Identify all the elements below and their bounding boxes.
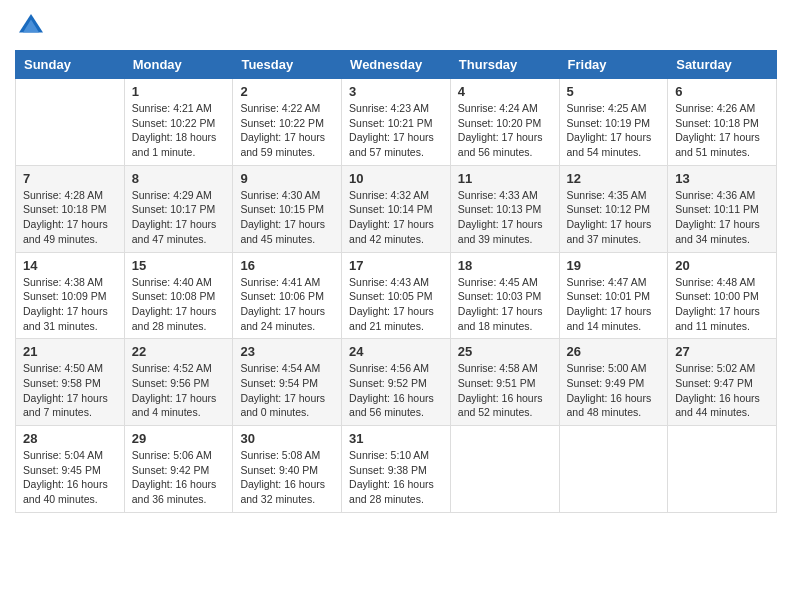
calendar-cell: 5Sunrise: 4:25 AMSunset: 10:19 PMDayligh… xyxy=(559,79,668,166)
calendar-cell: 12Sunrise: 4:35 AMSunset: 10:12 PMDaylig… xyxy=(559,165,668,252)
calendar-cell xyxy=(559,426,668,513)
calendar-cell: 14Sunrise: 4:38 AMSunset: 10:09 PMDaylig… xyxy=(16,252,125,339)
calendar-week-row: 7Sunrise: 4:28 AMSunset: 10:18 PMDayligh… xyxy=(16,165,777,252)
calendar-cell: 13Sunrise: 4:36 AMSunset: 10:11 PMDaylig… xyxy=(668,165,777,252)
day-number: 16 xyxy=(240,258,334,273)
weekday-header-saturday: Saturday xyxy=(668,51,777,79)
day-info: Sunrise: 4:45 AMSunset: 10:03 PMDaylight… xyxy=(458,275,552,334)
day-info: Sunrise: 5:00 AMSunset: 9:49 PMDaylight:… xyxy=(567,361,661,420)
calendar-cell xyxy=(668,426,777,513)
day-info: Sunrise: 4:24 AMSunset: 10:20 PMDaylight… xyxy=(458,101,552,160)
day-number: 30 xyxy=(240,431,334,446)
calendar-week-row: 14Sunrise: 4:38 AMSunset: 10:09 PMDaylig… xyxy=(16,252,777,339)
day-number: 3 xyxy=(349,84,443,99)
day-number: 25 xyxy=(458,344,552,359)
page-container: SundayMondayTuesdayWednesdayThursdayFrid… xyxy=(0,0,792,523)
day-number: 19 xyxy=(567,258,661,273)
day-number: 15 xyxy=(132,258,226,273)
calendar-cell: 25Sunrise: 4:58 AMSunset: 9:51 PMDayligh… xyxy=(450,339,559,426)
calendar-cell: 27Sunrise: 5:02 AMSunset: 9:47 PMDayligh… xyxy=(668,339,777,426)
calendar-cell: 20Sunrise: 4:48 AMSunset: 10:00 PMDaylig… xyxy=(668,252,777,339)
day-number: 4 xyxy=(458,84,552,99)
day-number: 8 xyxy=(132,171,226,186)
day-number: 31 xyxy=(349,431,443,446)
day-number: 12 xyxy=(567,171,661,186)
day-number: 20 xyxy=(675,258,769,273)
calendar-cell: 8Sunrise: 4:29 AMSunset: 10:17 PMDayligh… xyxy=(124,165,233,252)
day-info: Sunrise: 4:33 AMSunset: 10:13 PMDaylight… xyxy=(458,188,552,247)
day-info: Sunrise: 4:21 AMSunset: 10:22 PMDaylight… xyxy=(132,101,226,160)
calendar-cell: 15Sunrise: 4:40 AMSunset: 10:08 PMDaylig… xyxy=(124,252,233,339)
day-number: 27 xyxy=(675,344,769,359)
weekday-header-sunday: Sunday xyxy=(16,51,125,79)
day-number: 21 xyxy=(23,344,117,359)
day-number: 9 xyxy=(240,171,334,186)
day-number: 11 xyxy=(458,171,552,186)
day-info: Sunrise: 4:35 AMSunset: 10:12 PMDaylight… xyxy=(567,188,661,247)
calendar-cell: 9Sunrise: 4:30 AMSunset: 10:15 PMDayligh… xyxy=(233,165,342,252)
calendar-cell: 4Sunrise: 4:24 AMSunset: 10:20 PMDayligh… xyxy=(450,79,559,166)
day-info: Sunrise: 5:06 AMSunset: 9:42 PMDaylight:… xyxy=(132,448,226,507)
day-number: 5 xyxy=(567,84,661,99)
weekday-header-monday: Monday xyxy=(124,51,233,79)
calendar-cell: 29Sunrise: 5:06 AMSunset: 9:42 PMDayligh… xyxy=(124,426,233,513)
day-number: 26 xyxy=(567,344,661,359)
day-number: 1 xyxy=(132,84,226,99)
day-info: Sunrise: 4:38 AMSunset: 10:09 PMDaylight… xyxy=(23,275,117,334)
calendar-cell xyxy=(16,79,125,166)
calendar-header-row: SundayMondayTuesdayWednesdayThursdayFrid… xyxy=(16,51,777,79)
day-info: Sunrise: 5:08 AMSunset: 9:40 PMDaylight:… xyxy=(240,448,334,507)
day-number: 14 xyxy=(23,258,117,273)
day-info: Sunrise: 4:28 AMSunset: 10:18 PMDaylight… xyxy=(23,188,117,247)
day-info: Sunrise: 4:32 AMSunset: 10:14 PMDaylight… xyxy=(349,188,443,247)
day-number: 22 xyxy=(132,344,226,359)
calendar-cell: 19Sunrise: 4:47 AMSunset: 10:01 PMDaylig… xyxy=(559,252,668,339)
day-info: Sunrise: 4:48 AMSunset: 10:00 PMDaylight… xyxy=(675,275,769,334)
calendar-cell: 3Sunrise: 4:23 AMSunset: 10:21 PMDayligh… xyxy=(342,79,451,166)
calendar-cell: 21Sunrise: 4:50 AMSunset: 9:58 PMDayligh… xyxy=(16,339,125,426)
day-info: Sunrise: 4:22 AMSunset: 10:22 PMDaylight… xyxy=(240,101,334,160)
calendar-cell: 26Sunrise: 5:00 AMSunset: 9:49 PMDayligh… xyxy=(559,339,668,426)
day-info: Sunrise: 5:02 AMSunset: 9:47 PMDaylight:… xyxy=(675,361,769,420)
calendar-cell: 17Sunrise: 4:43 AMSunset: 10:05 PMDaylig… xyxy=(342,252,451,339)
day-info: Sunrise: 4:58 AMSunset: 9:51 PMDaylight:… xyxy=(458,361,552,420)
page-header xyxy=(15,10,777,42)
calendar-cell: 2Sunrise: 4:22 AMSunset: 10:22 PMDayligh… xyxy=(233,79,342,166)
logo xyxy=(15,10,51,42)
day-info: Sunrise: 4:40 AMSunset: 10:08 PMDaylight… xyxy=(132,275,226,334)
calendar-cell: 7Sunrise: 4:28 AMSunset: 10:18 PMDayligh… xyxy=(16,165,125,252)
calendar-week-row: 1Sunrise: 4:21 AMSunset: 10:22 PMDayligh… xyxy=(16,79,777,166)
weekday-header-tuesday: Tuesday xyxy=(233,51,342,79)
day-info: Sunrise: 4:50 AMSunset: 9:58 PMDaylight:… xyxy=(23,361,117,420)
calendar-cell: 6Sunrise: 4:26 AMSunset: 10:18 PMDayligh… xyxy=(668,79,777,166)
weekday-header-wednesday: Wednesday xyxy=(342,51,451,79)
calendar-cell: 28Sunrise: 5:04 AMSunset: 9:45 PMDayligh… xyxy=(16,426,125,513)
day-number: 29 xyxy=(132,431,226,446)
weekday-header-friday: Friday xyxy=(559,51,668,79)
calendar-week-row: 28Sunrise: 5:04 AMSunset: 9:45 PMDayligh… xyxy=(16,426,777,513)
weekday-header-thursday: Thursday xyxy=(450,51,559,79)
day-info: Sunrise: 4:25 AMSunset: 10:19 PMDaylight… xyxy=(567,101,661,160)
day-info: Sunrise: 4:56 AMSunset: 9:52 PMDaylight:… xyxy=(349,361,443,420)
day-info: Sunrise: 4:23 AMSunset: 10:21 PMDaylight… xyxy=(349,101,443,160)
calendar-table: SundayMondayTuesdayWednesdayThursdayFrid… xyxy=(15,50,777,513)
day-number: 24 xyxy=(349,344,443,359)
calendar-cell xyxy=(450,426,559,513)
day-info: Sunrise: 4:43 AMSunset: 10:05 PMDaylight… xyxy=(349,275,443,334)
calendar-cell: 30Sunrise: 5:08 AMSunset: 9:40 PMDayligh… xyxy=(233,426,342,513)
day-info: Sunrise: 4:29 AMSunset: 10:17 PMDaylight… xyxy=(132,188,226,247)
day-number: 17 xyxy=(349,258,443,273)
day-info: Sunrise: 4:52 AMSunset: 9:56 PMDaylight:… xyxy=(132,361,226,420)
day-info: Sunrise: 4:26 AMSunset: 10:18 PMDaylight… xyxy=(675,101,769,160)
day-number: 7 xyxy=(23,171,117,186)
day-info: Sunrise: 4:36 AMSunset: 10:11 PMDaylight… xyxy=(675,188,769,247)
calendar-cell: 16Sunrise: 4:41 AMSunset: 10:06 PMDaylig… xyxy=(233,252,342,339)
day-info: Sunrise: 4:54 AMSunset: 9:54 PMDaylight:… xyxy=(240,361,334,420)
day-info: Sunrise: 5:04 AMSunset: 9:45 PMDaylight:… xyxy=(23,448,117,507)
calendar-week-row: 21Sunrise: 4:50 AMSunset: 9:58 PMDayligh… xyxy=(16,339,777,426)
day-number: 18 xyxy=(458,258,552,273)
day-number: 6 xyxy=(675,84,769,99)
calendar-cell: 22Sunrise: 4:52 AMSunset: 9:56 PMDayligh… xyxy=(124,339,233,426)
calendar-cell: 18Sunrise: 4:45 AMSunset: 10:03 PMDaylig… xyxy=(450,252,559,339)
day-info: Sunrise: 4:41 AMSunset: 10:06 PMDaylight… xyxy=(240,275,334,334)
